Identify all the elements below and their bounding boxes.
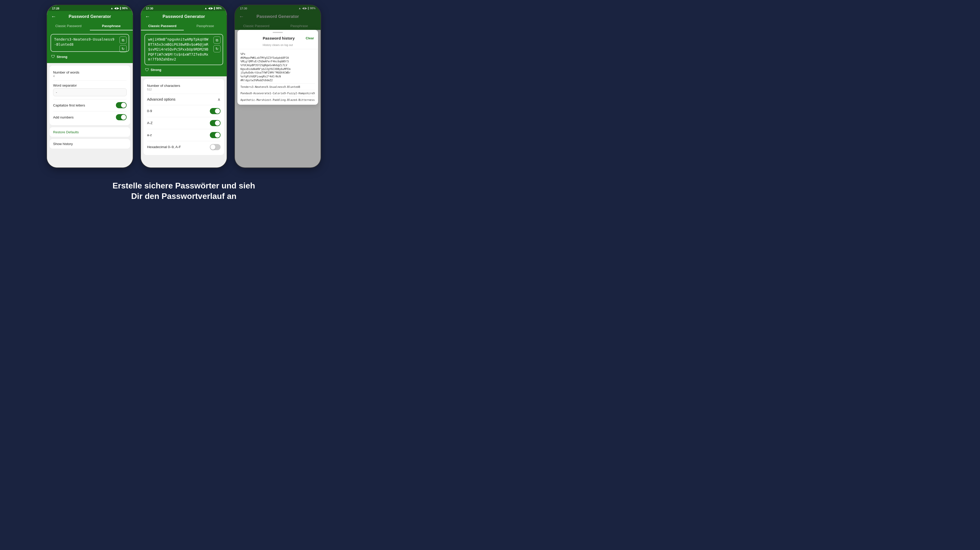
phone-2-option-0-9-toggle[interactable] [210,108,221,114]
phone-2-password-inner: wmjiH9mB^npgxAnitwAMpTpkqV8WBT7A5x3cmBQi… [145,34,223,65]
phone-1-show-history-label: Show history [53,142,73,146]
phone-1: 17:28 ▲ ◀ ▶ ∥ 98% ← Password Generator C… [46,5,133,168]
phone-1-restore-label: Restore Defaults [53,130,79,134]
phone-2-refresh-button[interactable]: ↻ [213,45,221,53]
phone-2-shield-icon: 🛡 [145,68,149,72]
phone-1-password-inner: Tenders3-Neatens9-Usualness9-Blunted8 ⧉ … [51,34,129,52]
phone-1-word-sep-label: Word separator [53,83,127,87]
phone-2-password-icons: ⧉ ↻ [213,37,221,53]
phone-2-settings-card: Number of characters 512 Advanced option… [143,79,224,155]
phone-2-status-bar: 17:30 ▲ ◀ ▶ ∥ 98% [141,5,227,11]
phone-2-option-A-Z-row: A-Z [147,118,221,128]
phone-2-option-A-Z-toggle[interactable] [210,120,221,126]
phone-3-history-item-0: %Px #6MqqsPWKLxbTMfg5Z3fSa$pb$8PJA %MLg!… [240,51,315,83]
phone-3-history-item-1: Tenders3-Neatens9-Usualness9-Blunted8 [240,83,315,90]
phone-1-tab-classic[interactable]: Classic Password [47,22,90,30]
phone-3-tabs: Classic Password Passphrase [235,22,321,30]
phone-1-back-arrow[interactable]: ← [51,14,56,19]
phones-row: 17:28 ▲ ◀ ▶ ∥ 98% ← Password Generator C… [0,0,368,176]
phone-1-show-history-row[interactable]: Show history [49,139,130,148]
banner-line-2: Dir den Passwortverlauf an [10,191,357,202]
phone-2-option-0-9-label: 0-9 [147,109,152,113]
phone-1-word-sep-input[interactable] [53,88,127,96]
phone-2-tab-passphrase[interactable]: Passphrase [184,22,227,30]
phone-2-option-A-Z-label: A-Z [147,121,153,125]
phone-1-add-numbers-label: Add numbers [53,115,73,119]
phone-2-strength-label: Strong [151,68,161,72]
phone-2-num-chars-label: Number of characters [147,84,180,88]
phone-1-status-bar: 17:28 ▲ ◀ ▶ ∥ 98% [47,5,133,11]
phone-2-num-chars-row: Number of characters 512 [147,82,221,93]
phone-2-title: Password Generator [153,14,215,19]
phone-1-title: Password Generator [59,14,121,19]
phone-3-icons: ▲ ◀ ▶ ∥ 98% [298,6,315,10]
phone-1-settings-card: Number of words 4 Word separator Capital [49,65,130,125]
phone-2-option-hex-label: Hexadecimal 0–9, A-F [147,145,181,149]
phone-2-option-a-z-toggle[interactable] [210,132,221,138]
phone-3-tab-passphrase[interactable]: Passphrase [278,22,321,30]
phone-3-history-title: Password history [252,36,305,40]
phone-1-num-words-label-block: Number of words 4 [53,70,80,78]
phone-1-capitalize-label: Capitalize first letters [53,104,85,107]
phone-2-num-chars-value: 512 [147,88,180,91]
phone-3-clear-button[interactable]: Clear [305,36,314,40]
phone-3-history-header: Password history Clear [237,34,318,43]
phone-2-password-text: wmjiH9mB^npgxAnitwAMpTpkqV8WBT7A5x3cmBQi… [148,37,210,62]
phone-2-divider-5 [147,141,221,141]
phone-3-content: 17:30 ▲ ◀ ▶ ∥ 98% ← Password Generator C… [235,5,321,167]
phone-1-capitalize-toggle[interactable] [116,102,127,108]
phone-3-drag-handle [273,32,283,33]
banner-line-1: Erstelle sichere Passwörter und sieh [10,180,357,191]
phone-1-divider-1 [53,80,127,81]
phone-2-option-a-z-label: a-z [147,133,152,137]
phone-1-strength-row: 🛡 Strong [51,53,129,60]
phone-2-chevron-up-icon: ∧ [218,97,221,102]
phone-1-num-words-value: 4 [53,75,80,78]
phone-1-content: Tenders3-Neatens9-Usualness9-Blunted8 ⧉ … [47,30,133,167]
phone-1-password-text: Tenders3-Neatens9-Usualness9-Blunted8 [54,37,116,47]
phone-1-restore-defaults-row[interactable]: Restore Defaults [49,127,130,137]
phone-1-shield-icon: 🛡 [51,54,55,59]
phone-2-advanced-header[interactable]: Advanced options ∧ [147,95,221,104]
phone-1-copy-button[interactable]: ⧉ [119,37,127,44]
phone-2-option-hex-toggle[interactable] [210,144,221,150]
phone-3-history-modal: Password history Clear History clears on… [237,30,318,105]
phone-1-word-sep-block: Word separator [53,83,127,96]
phone-2-back-arrow[interactable]: ← [145,14,150,19]
phone-1-tabs: Classic Password Passphrase [47,22,133,30]
phone-2-content: wmjiH9mB^npgxAnitwAMpTpkqV8WBT7A5x3cmBQi… [141,30,227,167]
phone-1-add-numbers-toggle[interactable] [116,114,127,120]
phone-3-history-item-2: Pandas8-Asseverate1-Calorie9-Fuzzy2-Hamp… [240,90,315,97]
phone-2-option-0-9-row: 0-9 [147,106,221,116]
phone-3-body: Password history Clear History clears on… [235,30,321,167]
phone-1-icons: ▲ ◀ ▶ ∥ 98% [111,6,128,10]
phone-1-divider-2 [53,99,127,99]
phone-2-tab-classic[interactable]: Classic Password [141,22,184,30]
phone-1-strength-label: Strong [57,55,67,59]
phone-1-word-separator-row: Word separator [53,82,127,98]
phone-3-tab-classic[interactable]: Classic Password [235,22,278,30]
phone-2-copy-button[interactable]: ⧉ [213,37,221,44]
phone-2-option-a-z-row: a-z [147,130,221,140]
phone-1-num-words-label: Number of words [53,70,80,74]
phone-1-num-words-row: Number of words 4 [53,69,127,80]
phone-2-tabs: Classic Password Passphrase [141,22,227,30]
phone-3-time: 17:30 [240,7,247,10]
phone-1-refresh-button[interactable]: ↻ [119,45,127,53]
phone-1-time: 17:28 [52,7,59,10]
phone-1-tab-passphrase[interactable]: Passphrase [90,22,133,30]
phone-2-time: 17:30 [146,7,153,10]
phone-2-header: ← Password Generator [141,11,227,22]
phone-2: 17:30 ▲ ◀ ▶ ∥ 98% ← Password Generator C… [140,5,227,168]
phone-1-capitalize-row: Capitalize first letters [53,100,127,110]
phone-3-status-bar: 17:30 ▲ ◀ ▶ ∥ 98% [235,5,321,11]
phone-2-divider-1 [147,94,221,94]
phone-2-option-hex-row: Hexadecimal 0–9, A-F [147,142,221,152]
phone-3-title: Password Generator [247,14,309,19]
phone-3-back-arrow[interactable]: ← [239,14,244,19]
phone-2-icons: ▲ ◀ ▶ ∥ 98% [204,6,221,10]
phone-3-history-item-3: Apathetic-Marshiest-Paddling-Blazed-Bitt… [240,97,315,103]
phone-3-history-items: %Px #6MqqsPWKLxbTMfg5Z3fSa$pb$8PJA %MLg!… [237,49,318,105]
phone-1-add-numbers-row: Add numbers [53,112,127,122]
banner: Erstelle sichere Passwörter und sieh Dir… [0,176,368,206]
